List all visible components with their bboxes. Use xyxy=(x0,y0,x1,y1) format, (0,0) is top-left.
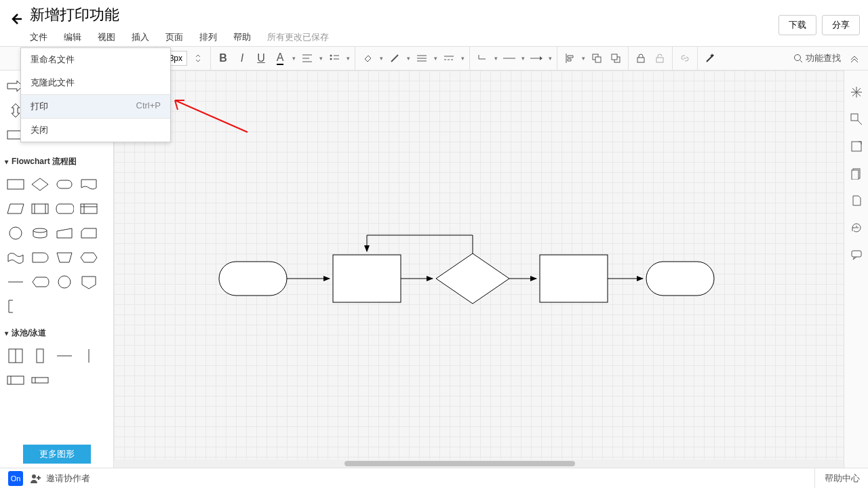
list-button[interactable] xyxy=(326,50,342,66)
shape-predefined[interactable] xyxy=(30,199,50,219)
history-icon[interactable] xyxy=(848,220,865,236)
menu-item-clone[interactable]: 克隆此文件 xyxy=(21,71,170,94)
shape-lane-v[interactable] xyxy=(30,346,50,366)
underline-button[interactable]: U xyxy=(253,50,269,66)
edge-loop[interactable] xyxy=(367,235,473,253)
back-icon[interactable] xyxy=(8,11,24,27)
more-shapes-button[interactable]: 更多图形 xyxy=(23,445,91,464)
lock-button[interactable] xyxy=(633,50,649,66)
shape-manual-input[interactable] xyxy=(54,223,75,243)
fill-dropdown[interactable] xyxy=(378,55,384,62)
connector-type-button[interactable] xyxy=(474,50,490,66)
node-end[interactable] xyxy=(646,262,714,296)
shape-annotation[interactable] xyxy=(5,296,26,317)
section-swimlane[interactable]: 泳池/泳道 xyxy=(0,323,113,343)
arrow-dropdown[interactable] xyxy=(547,55,553,62)
menu-edit[interactable]: 编辑 xyxy=(56,28,90,46)
shape-display[interactable] xyxy=(30,272,50,292)
line-width-button[interactable] xyxy=(414,50,430,66)
shape-tape[interactable] xyxy=(5,247,26,268)
line-color-button[interactable] xyxy=(387,50,403,66)
section-flowchart[interactable]: Flowchart 流程图 xyxy=(0,152,113,171)
help-center[interactable]: 帮助中心 xyxy=(814,468,860,488)
menu-item-rename[interactable]: 重命名文件 xyxy=(21,48,170,71)
line-style-button[interactable] xyxy=(441,50,457,66)
navigator-icon[interactable] xyxy=(848,84,865,100)
link-button[interactable] xyxy=(677,50,693,66)
magic-button[interactable] xyxy=(702,50,718,66)
node-start[interactable] xyxy=(219,262,287,296)
canvas-size-icon[interactable] xyxy=(848,138,865,155)
shape-line[interactable] xyxy=(5,272,26,292)
shape-sep-h[interactable] xyxy=(54,346,75,366)
line-dropdown[interactable] xyxy=(520,55,526,62)
align-dropdown[interactable] xyxy=(318,55,323,62)
shape-pool-v[interactable] xyxy=(5,346,26,366)
shape-card[interactable] xyxy=(79,223,99,243)
shape-offpage[interactable] xyxy=(79,272,99,292)
app-header: 新增打印功能 文件 编辑 视图 插入 页面 排列 帮助 所有更改已保存 下载 分… xyxy=(0,0,868,46)
bring-front-button[interactable] xyxy=(589,50,605,66)
menu-help[interactable]: 帮助 xyxy=(225,28,259,46)
shape-database[interactable] xyxy=(30,223,50,243)
svg-rect-11 xyxy=(57,180,72,188)
download-button[interactable]: 下载 xyxy=(778,15,816,35)
shape-or[interactable] xyxy=(54,272,75,292)
align-button[interactable] xyxy=(299,50,315,66)
font-color-button[interactable]: A xyxy=(272,50,288,66)
line-style-dropdown[interactable] xyxy=(460,55,465,62)
list-dropdown[interactable] xyxy=(345,55,351,62)
italic-button[interactable]: I xyxy=(234,50,250,66)
unlock-button[interactable] xyxy=(652,50,668,66)
svg-point-8 xyxy=(795,55,801,61)
shape-stored-data[interactable] xyxy=(54,199,75,219)
horizontal-scrollbar[interactable] xyxy=(114,460,844,468)
shape-delay[interactable] xyxy=(30,247,50,268)
flowchart-diagram[interactable] xyxy=(114,70,844,464)
fill-color-button[interactable] xyxy=(359,50,376,66)
menu-file[interactable]: 文件 xyxy=(30,28,56,46)
font-color-dropdown[interactable] xyxy=(291,55,296,62)
node-process-2[interactable] xyxy=(540,255,608,302)
shape-data[interactable] xyxy=(5,199,26,219)
menu-arrange[interactable]: 排列 xyxy=(191,28,225,46)
outline-icon[interactable] xyxy=(848,111,865,127)
menu-item-print[interactable]: 打印 Ctrl+P xyxy=(21,94,170,118)
shape-pool-h[interactable] xyxy=(5,370,26,390)
arrow-button[interactable] xyxy=(528,50,545,66)
page-icon[interactable] xyxy=(848,192,865,209)
feature-search[interactable]: 功能查找 xyxy=(788,52,846,64)
align-objects-dropdown[interactable] xyxy=(580,55,586,62)
line-button[interactable] xyxy=(501,50,517,66)
canvas[interactable] xyxy=(114,70,844,468)
shape-document[interactable] xyxy=(79,174,99,195)
shape-preparation[interactable] xyxy=(79,247,99,268)
pages-icon[interactable] xyxy=(848,165,865,182)
document-title[interactable]: 新增打印功能 xyxy=(30,5,860,24)
font-size-stepper[interactable] xyxy=(190,50,206,66)
shape-internal[interactable] xyxy=(79,199,99,219)
menu-page[interactable]: 页面 xyxy=(157,28,191,46)
invite-collaborator[interactable]: 邀请协作者 xyxy=(30,472,90,485)
share-button[interactable]: 分享 xyxy=(822,15,860,35)
comments-icon[interactable] xyxy=(848,247,865,263)
send-back-button[interactable] xyxy=(608,50,624,66)
shape-connector[interactable] xyxy=(5,223,26,243)
shape-terminator[interactable] xyxy=(54,174,75,195)
menu-view[interactable]: 视图 xyxy=(90,28,123,46)
shape-sep-v[interactable] xyxy=(79,346,99,366)
menu-item-close[interactable]: 关闭 xyxy=(21,118,170,142)
connector-dropdown[interactable] xyxy=(493,55,498,62)
node-decision[interactable] xyxy=(436,253,509,304)
line-color-dropdown[interactable] xyxy=(406,55,411,62)
line-width-dropdown[interactable] xyxy=(433,55,438,62)
align-objects-button[interactable] xyxy=(561,50,578,66)
shape-decision[interactable] xyxy=(30,174,50,195)
bold-button[interactable]: B xyxy=(215,50,231,66)
collapse-toolbar-icon[interactable] xyxy=(846,50,863,66)
menu-insert[interactable]: 插入 xyxy=(123,28,157,46)
shape-process[interactable] xyxy=(5,174,26,195)
shape-lane-h[interactable] xyxy=(30,370,50,390)
node-process-1[interactable] xyxy=(333,255,401,302)
shape-manual-op[interactable] xyxy=(54,247,75,268)
